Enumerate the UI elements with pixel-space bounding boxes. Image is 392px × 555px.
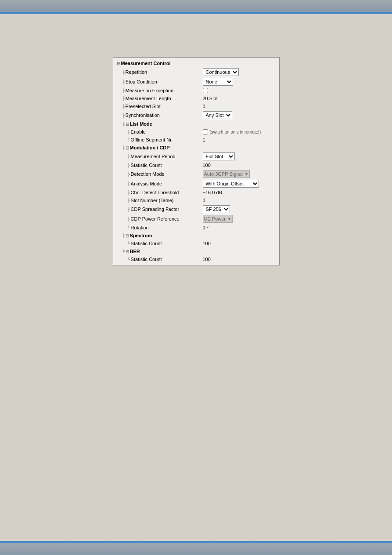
field-label: Enable — [131, 129, 146, 134]
section-label: Modulation / CDP — [130, 145, 170, 150]
repetition-select[interactable]: ContinuousSingleContinuous — [203, 68, 239, 76]
row-list-mode: ├⊟List Mode — [113, 120, 279, 128]
enable-checkbox[interactable] — [203, 129, 208, 134]
row-enable: ├Enable(switch on only in remote!) — [113, 128, 279, 136]
statistic-count-spectrum-value: 100 — [203, 241, 211, 246]
field-label: Measurement Period — [131, 154, 176, 159]
row-measure-on-exception: ├Measure on Exception — [113, 87, 279, 94]
field-label: Rotation — [131, 225, 149, 230]
field-label: Statistic Count — [131, 257, 162, 262]
field-label: Synchronisation — [126, 112, 160, 118]
section-label: List Mode — [130, 121, 152, 127]
row-measurement-control: ⊟Measurement Control — [113, 59, 279, 67]
field-label: Statistic Count — [131, 241, 162, 246]
tree-connector: ├ — [127, 181, 130, 186]
chn-detect-threshold-value: −16.0 dB — [203, 190, 222, 195]
section-label: Spectrum — [130, 233, 152, 238]
slot-number-table-value: 0 — [203, 198, 205, 203]
field-label: Slot Number (Table) — [131, 198, 174, 203]
analysis-mode-select[interactable]: With Origin OffsetWithout Origin Offset — [203, 180, 259, 188]
cdp-spreading-factor-select[interactable]: SF 256SF 128SF 64 — [203, 205, 230, 213]
expand-icon[interactable]: ⊟ — [126, 249, 129, 254]
row-modulation-cdp: ├⊟Modulation / CDP — [113, 144, 279, 152]
tree-connector: └ — [127, 138, 130, 142]
row-ber: └⊟BER — [113, 247, 279, 255]
enable-note: (switch on only in remote!) — [210, 130, 261, 134]
expand-icon[interactable]: ⊟ — [126, 122, 129, 127]
cdp-power-reference-disabled-dropdown: UE Power▼ — [203, 215, 233, 223]
row-chn-detect-threshold: ├Chn. Detect Threshold−16.0 dB — [113, 189, 279, 196]
tree-connector: └ — [127, 241, 130, 246]
main-content: ⊟Measurement Control├RepetitionContinuou… — [0, 22, 392, 533]
row-stop-condition: ├Stop ConditionNoneOn Error — [113, 77, 279, 87]
row-statistic-count-spectrum: └Statistic Count100 — [113, 239, 279, 247]
tree-connector: ├ — [127, 154, 130, 159]
tree-connector: ├ — [127, 172, 130, 177]
tree-connector: ├ — [122, 145, 125, 150]
section-label: Measurement Control — [121, 61, 171, 66]
expand-icon[interactable]: ⊟ — [117, 61, 120, 66]
row-statistic-count-mod: ├Statistic Count100 — [113, 161, 279, 169]
stop-condition-select[interactable]: NoneOn Error — [203, 78, 233, 86]
tree-connector: ├ — [122, 113, 125, 118]
tree-connector: ├ — [127, 163, 130, 168]
top-bar — [0, 0, 392, 12]
row-preselected-slot: ├Preselected Slot0 — [113, 102, 279, 110]
preselected-slot-value: 0 — [203, 104, 205, 109]
expand-icon[interactable]: ⊟ — [126, 145, 129, 150]
row-cdp-power-reference: ├CDP Power ReferenceUE Power▼ — [113, 214, 279, 224]
row-statistic-count-ber: └Statistic Count100 — [113, 255, 279, 263]
tree-connector: ├ — [127, 198, 130, 203]
tree-connector: ├ — [122, 88, 125, 93]
tree-connector: ├ — [127, 190, 130, 195]
statistic-count-ber-value: 100 — [203, 257, 211, 262]
synchronisation-select[interactable]: Any SlotSlot 0Frame — [203, 111, 232, 119]
statistic-count-mod-value: 100 — [203, 163, 211, 168]
measure-on-exception-checkbox[interactable] — [203, 88, 208, 93]
measurement-panel: ⊟Measurement Control├RepetitionContinuou… — [113, 57, 280, 265]
measurement-length-value: 20 Slot — [203, 96, 218, 101]
field-label: Repetition — [126, 69, 147, 75]
field-label: Measure on Exception — [126, 88, 173, 93]
offline-segment-nr-value: 1 — [203, 137, 205, 142]
field-label: Statistic Count — [131, 163, 162, 168]
row-repetition: ├RepetitionContinuousSingleContinuous — [113, 67, 279, 77]
row-measurement-period: ├Measurement PeriodFull SlotData PartPil… — [113, 152, 279, 161]
tree-connector: ├ — [122, 80, 125, 84]
row-measurement-length: ├Measurement Length20 Slot — [113, 94, 279, 102]
field-label: CDP Spreading Factor — [131, 207, 179, 212]
field-label: Offline Segment Nr. — [131, 137, 173, 142]
field-label: Stop Condition — [126, 79, 157, 84]
blue-stripe-top — [0, 12, 392, 14]
field-label: Preselected Slot — [126, 104, 161, 109]
field-label: CDP Power Reference — [131, 216, 180, 221]
tree-connector: ├ — [127, 130, 130, 134]
rotation-value: 0 ° — [203, 225, 209, 230]
field-label: Measurement Length — [126, 96, 171, 101]
row-detection-mode: ├Detection ModeAuto 3GPP Signal▼ — [113, 169, 279, 179]
tree-connector: └ — [127, 257, 130, 262]
section-label: BER — [130, 249, 140, 254]
tree-connector: └ — [122, 249, 125, 254]
tree-connector: ├ — [122, 233, 125, 238]
row-cdp-spreading-factor: ├CDP Spreading FactorSF 256SF 128SF 64 — [113, 204, 279, 214]
field-label: Detection Mode — [131, 171, 165, 177]
row-slot-number-table: ├Slot Number (Table)0 — [113, 196, 279, 204]
expand-icon[interactable]: ⊟ — [126, 233, 129, 238]
row-rotation: └Rotation0 ° — [113, 224, 279, 232]
tree-connector: ├ — [122, 104, 125, 109]
row-offline-segment-nr: └Offline Segment Nr.1 — [113, 136, 279, 144]
tree-connector: ├ — [122, 96, 125, 101]
tree-connector: ├ — [127, 217, 130, 221]
tree-connector: └ — [127, 225, 130, 230]
tree-connector: ├ — [127, 207, 130, 212]
detection-mode-disabled-dropdown: Auto 3GPP Signal▼ — [203, 170, 250, 178]
measurement-period-select[interactable]: Full SlotData PartPilot — [203, 152, 235, 160]
field-label: Analysis Mode — [131, 181, 162, 186]
field-label: Chn. Detect Threshold — [131, 190, 179, 195]
row-spectrum: ├⊟Spectrum — [113, 232, 279, 239]
tree-connector: ├ — [122, 122, 125, 127]
tree-connector: ├ — [122, 70, 125, 75]
row-synchronisation: ├SynchronisationAny SlotSlot 0Frame — [113, 110, 279, 120]
bottom-bar — [0, 543, 392, 555]
